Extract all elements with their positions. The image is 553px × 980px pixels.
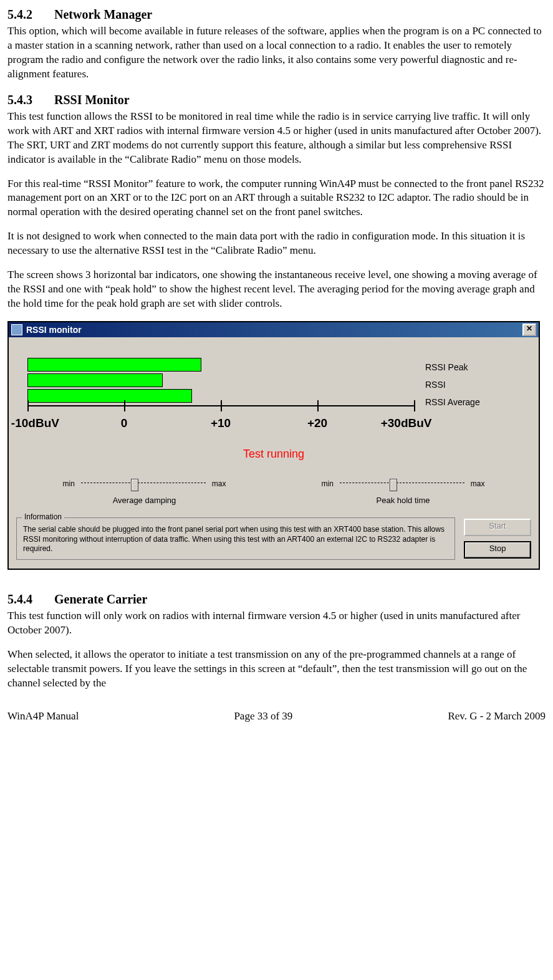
section-heading-543: 5.4.3 RSSI Monitor — [7, 92, 546, 108]
slider-max-label: max — [212, 479, 226, 489]
information-text: The serial cable should be plugged into … — [23, 525, 445, 553]
section-p: This test function will only work on rad… — [7, 609, 546, 638]
peak-hold-time-slider[interactable] — [340, 483, 464, 485]
section-number: 5.4.2 — [7, 6, 51, 23]
start-button[interactable]: Start — [464, 519, 531, 536]
tick-label: +10 — [211, 415, 231, 431]
slider-min-label: min — [321, 479, 333, 489]
legend-peak: RSSI Peak — [425, 358, 524, 376]
slider-caption: Peak hold time — [286, 495, 520, 506]
groupbox-legend: Information — [22, 512, 64, 522]
legend-rssi: RSSI — [425, 376, 524, 393]
rssi-monitor-dialog: RSSI monitor ✕ -10dBuV 0 +10 — [7, 321, 540, 570]
dialog-title: RSSI monitor — [26, 324, 82, 336]
section-p: It is not designed to work when connecte… — [7, 229, 546, 258]
x-axis: -10dBuV 0 +10 +20 +30dBuV — [27, 405, 414, 431]
section-title: Network Manager — [54, 7, 152, 21]
section-title: Generate Carrier — [54, 592, 147, 606]
bar-rssi-peak — [27, 358, 414, 372]
status-text: Test running — [9, 438, 539, 479]
close-button[interactable]: ✕ — [522, 324, 536, 336]
information-groupbox: Information The serial cable should be p… — [16, 517, 455, 560]
tick-label: 0 — [121, 415, 128, 431]
footer-right: Rev. G - 2 March 2009 — [448, 709, 546, 724]
section-heading-542: 5.4.2 Network Manager — [7, 6, 546, 23]
average-damping-slider[interactable] — [81, 483, 206, 485]
section-p: The screen shows 3 horizontal bar indica… — [7, 268, 546, 311]
tick-label: +20 — [307, 415, 327, 431]
slider-min-label: min — [62, 479, 74, 489]
footer-left: WinA4P Manual — [7, 709, 79, 724]
dialog-titlebar[interactable]: RSSI monitor ✕ — [9, 322, 539, 337]
bar-rssi — [27, 373, 414, 387]
tick-label: -10dBuV — [11, 415, 59, 431]
tick-label: +30dBuV — [381, 415, 432, 431]
section-number: 5.4.3 — [7, 92, 51, 108]
section-body-542: This option, which will become available… — [7, 24, 546, 82]
section-number: 5.4.4 — [7, 591, 51, 608]
stop-button[interactable]: Stop — [464, 541, 531, 559]
section-p: For this real-time “RSSI Monitor” featur… — [7, 177, 546, 220]
page-footer: WinA4P Manual Page 33 of 39 Rev. G - 2 M… — [7, 692, 546, 724]
footer-center: Page 33 of 39 — [234, 709, 292, 724]
section-title: RSSI Monitor — [54, 93, 130, 107]
section-heading-544: 5.4.4 Generate Carrier — [7, 591, 546, 608]
slider-max-label: max — [471, 479, 485, 489]
section-p: When selected, it allows the operator to… — [7, 648, 546, 691]
app-icon — [11, 324, 22, 335]
section-p: This test function allows the RSSI to be… — [7, 110, 546, 167]
slider-caption: Average damping — [27, 495, 261, 506]
legend-avg: RSSI Average — [425, 393, 524, 411]
